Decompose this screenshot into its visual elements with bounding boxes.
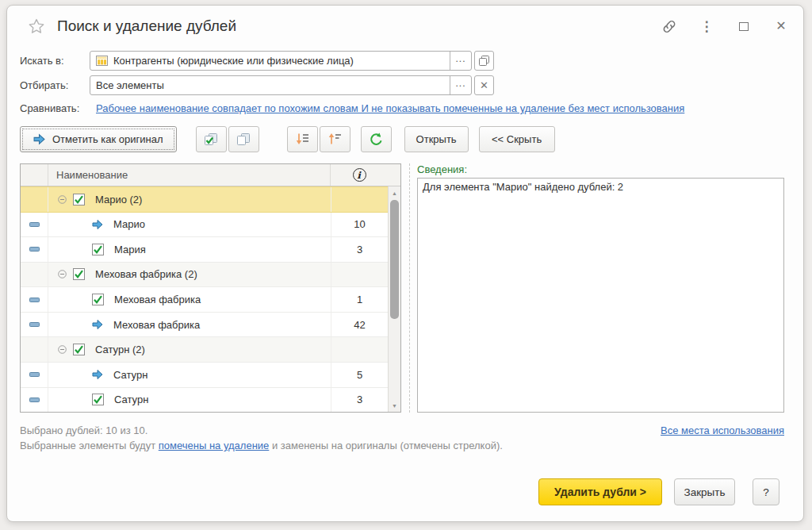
original-arrow-icon (92, 219, 103, 230)
panel-splitter[interactable] (401, 163, 410, 413)
maximize-icon (739, 22, 749, 31)
row-name-cell: Сатурн (48, 363, 331, 387)
row-name-cell: Меховая фабрика (2) (48, 263, 331, 287)
catalog-item-icon (29, 398, 40, 402)
table-row[interactable]: Марио 10 (21, 213, 388, 238)
table-row[interactable]: Сатурн 5 (21, 363, 388, 388)
row-checkbox[interactable] (73, 344, 85, 355)
row-label: Сатурн (2) (95, 344, 145, 355)
icon-column-header (21, 164, 48, 186)
hide-panel-button[interactable]: << Скрыть (479, 126, 555, 152)
row-name-cell: Сатурн (48, 388, 331, 413)
catalog-table-icon (96, 56, 108, 66)
vertical-scrollbar[interactable]: ▲ ▼ (388, 186, 400, 412)
action-note: Выбранные элементы будут помечены на уда… (20, 438, 661, 453)
name-column-header[interactable]: Наименование (48, 164, 330, 186)
row-marker-cell (21, 337, 48, 362)
compare-label: Сравнивать: (20, 102, 96, 114)
table-row[interactable]: Марио (2) (21, 186, 388, 213)
row-count-cell (331, 263, 388, 287)
table-row[interactable]: Меховая фабрика 42 (21, 313, 388, 338)
collapse-all-button[interactable] (320, 126, 350, 152)
filter-label: Отбирать: (20, 79, 90, 91)
search-in-row: Искать в: Контрагенты (юридические или ф… (20, 50, 791, 71)
row-label: Мария (114, 244, 146, 255)
collapse-toggle-icon[interactable] (58, 345, 67, 354)
compare-rule-link[interactable]: Рабочее наименование совпадает по похожи… (96, 102, 684, 114)
original-arrow-icon (92, 319, 103, 330)
row-checkbox[interactable] (73, 268, 85, 280)
row-marker-cell (21, 363, 48, 387)
main-area: Наименование i Марио (2) Марио 10 Мария … (20, 163, 791, 413)
more-menu-icon[interactable]: ⋮ (699, 18, 714, 34)
details-box: Для элемента "Марио" найдено дублей: 2 (417, 178, 784, 413)
count-column-header[interactable]: i (330, 164, 388, 186)
open-item-button[interactable]: Открыть (404, 126, 469, 152)
help-button[interactable]: ? (753, 478, 779, 505)
row-checkbox[interactable] (92, 394, 104, 405)
row-name-cell: Марио (48, 213, 331, 237)
search-in-label: Искать в: (20, 55, 90, 67)
row-count-cell: 5 (331, 363, 388, 387)
title-bar: Поиск и удаление дублей ⋮ ✕ (20, 6, 791, 47)
filter-clear-button[interactable]: ✕ (474, 75, 494, 95)
delete-duplicates-button[interactable]: Удалить дубли > (538, 478, 662, 505)
row-marker-cell (21, 213, 48, 237)
filter-field[interactable]: Все элементы ... (90, 75, 472, 95)
search-in-open-button[interactable] (474, 51, 494, 71)
row-label: Меховая фабрика (114, 294, 201, 305)
compare-row: Сравнивать: Рабочее наименование совпада… (20, 102, 791, 114)
row-marker-cell (21, 313, 48, 337)
footer-buttons: Удалить дубли > Закрыть ? (20, 478, 791, 505)
original-arrow-icon (33, 133, 45, 145)
row-marker-cell (21, 263, 48, 287)
row-name-cell: Марио (2) (48, 187, 331, 212)
row-label: Сатурн (113, 369, 147, 381)
row-name-cell: Мария (48, 237, 331, 262)
collapse-toggle-icon[interactable] (58, 195, 67, 204)
table-row[interactable]: Мария 3 (21, 237, 388, 263)
row-count-cell: 42 (331, 313, 388, 337)
search-in-field[interactable]: Контрагенты (юридические или физические … (90, 51, 472, 71)
favorite-star-icon[interactable] (28, 17, 45, 35)
get-link-icon[interactable] (661, 18, 677, 34)
row-count-cell: 1 (331, 287, 388, 312)
search-in-choose-button[interactable]: ... (450, 52, 471, 70)
row-checkbox[interactable] (92, 294, 104, 305)
refresh-button[interactable] (361, 126, 392, 152)
row-marker-cell (21, 187, 48, 212)
table-row[interactable]: Сатурн 3 (21, 388, 388, 413)
duplicates-dialog: Поиск и удаление дублей ⋮ ✕ Искать в: (6, 5, 804, 522)
row-marker-cell (21, 287, 48, 312)
table-row[interactable]: Сатурн (2) (21, 337, 388, 363)
row-label: Сатурн (114, 394, 148, 405)
search-in-value: Контрагенты (юридические или физические … (113, 55, 354, 67)
table-row[interactable]: Меховая фабрика 1 (21, 287, 388, 313)
expand-all-button[interactable] (287, 126, 318, 152)
table-header[interactable]: Наименование i (21, 164, 400, 186)
scroll-down-button[interactable]: ▼ (389, 400, 400, 411)
filter-value: Все элементы (96, 79, 164, 91)
row-count-cell: 10 (331, 213, 388, 237)
table-row[interactable]: Меховая фабрика (2) (21, 263, 388, 288)
scrollbar-thumb[interactable] (390, 200, 399, 319)
uncheck-all-button[interactable] (228, 126, 259, 152)
expand-buttons-group (287, 126, 350, 152)
row-checkbox[interactable] (73, 194, 85, 205)
filters-section: Искать в: Контрагенты (юридические или ф… (20, 50, 791, 95)
mark-deletion-link[interactable]: помечены на удаление (159, 440, 270, 451)
row-name-cell: Сатурн (2) (48, 337, 331, 362)
scroll-up-button[interactable]: ▲ (389, 187, 400, 198)
close-form-button[interactable]: Закрыть (674, 478, 735, 505)
details-panel: Сведения: Для элемента "Марио" найдено д… (417, 163, 784, 413)
row-marker-cell (21, 237, 48, 262)
filter-choose-button[interactable]: ... (450, 76, 471, 94)
check-all-button[interactable] (196, 126, 227, 152)
row-label: Меховая фабрика (2) (95, 268, 197, 280)
collapse-toggle-icon[interactable] (58, 270, 67, 278)
close-window-button[interactable]: ✕ (773, 18, 789, 34)
row-checkbox[interactable] (92, 244, 104, 255)
mark-original-button[interactable]: Отметить как оригинал (20, 126, 177, 152)
maximize-button[interactable] (736, 18, 752, 34)
usage-places-link[interactable]: Все места использования (661, 423, 784, 438)
